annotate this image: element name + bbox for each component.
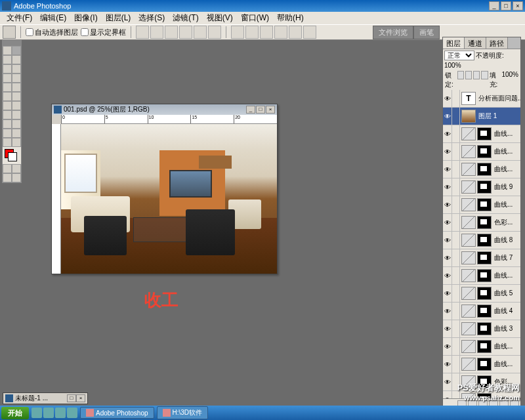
quicklaunch-icon[interactable] bbox=[32, 408, 42, 418]
layer-link[interactable] bbox=[452, 285, 460, 302]
close-button[interactable]: × bbox=[513, 1, 523, 10]
layer-row[interactable]: 👁曲线... bbox=[443, 267, 520, 285]
visibility-icon[interactable]: 👁 bbox=[443, 178, 452, 196]
quickmask-tool[interactable] bbox=[3, 164, 12, 173]
layer-name[interactable]: 曲线 4 bbox=[493, 306, 520, 316]
eyedropper-tool[interactable] bbox=[12, 129, 21, 138]
layer-link[interactable] bbox=[452, 338, 460, 355]
quicklaunch-icon[interactable] bbox=[67, 408, 77, 418]
layer-row[interactable]: 👁色彩... bbox=[443, 214, 520, 232]
visibility-icon[interactable]: 👁 bbox=[443, 143, 452, 160]
vertical-ruler[interactable] bbox=[52, 124, 61, 274]
layer-row[interactable]: 👁曲线... bbox=[443, 143, 520, 161]
lock-pixels-icon[interactable] bbox=[465, 71, 472, 79]
wand-tool[interactable] bbox=[12, 55, 21, 64]
distribute-icon[interactable] bbox=[245, 26, 259, 39]
layer-thumbnail[interactable] bbox=[461, 180, 476, 194]
layer-mask-thumbnail[interactable] bbox=[477, 180, 492, 194]
slice-tool[interactable] bbox=[12, 64, 21, 74]
layer-thumbnail[interactable] bbox=[461, 145, 476, 158]
layer-name[interactable]: 曲线... bbox=[493, 360, 520, 369]
layer-thumbnail[interactable] bbox=[461, 163, 476, 176]
document-titlebar[interactable]: 001.psd @ 25%(图层 1,RGB) _ □ × bbox=[52, 104, 277, 115]
visibility-icon[interactable]: 👁 bbox=[443, 338, 452, 355]
doc-restore-button[interactable]: □ bbox=[67, 394, 76, 402]
layer-name[interactable]: 色彩... bbox=[493, 218, 520, 227]
jump-tool[interactable] bbox=[12, 173, 21, 182]
layer-row[interactable]: 👁T分析画面问题... bbox=[443, 90, 520, 108]
layer-mask-thumbnail[interactable] bbox=[477, 304, 492, 318]
layer-thumbnail[interactable] bbox=[461, 358, 476, 371]
layer-row[interactable]: 👁曲线 4 bbox=[443, 303, 520, 320]
layer-link[interactable] bbox=[452, 143, 460, 160]
layer-name[interactable]: 曲线 9 bbox=[493, 182, 520, 192]
file-browser-tab[interactable]: 文件浏览 bbox=[373, 26, 413, 39]
align-icon[interactable] bbox=[208, 26, 221, 39]
layer-link[interactable] bbox=[452, 356, 460, 373]
visibility-icon[interactable]: 👁 bbox=[443, 391, 452, 398]
doc-minimize-button[interactable]: _ bbox=[246, 106, 255, 114]
layer-row[interactable]: 👁图层 1 bbox=[443, 108, 520, 125]
show-bounds-checkbox[interactable]: 显示定界框 bbox=[81, 28, 126, 37]
visibility-icon[interactable]: 👁 bbox=[443, 249, 452, 266]
distribute-icon[interactable] bbox=[303, 26, 316, 39]
layers-tab[interactable]: 图层 bbox=[443, 37, 465, 49]
layer-link[interactable] bbox=[452, 320, 460, 337]
paths-tab[interactable]: 路径 bbox=[486, 37, 508, 49]
gradient-tool[interactable] bbox=[12, 92, 21, 101]
lock-all-icon[interactable] bbox=[481, 71, 488, 79]
layer-link[interactable] bbox=[452, 214, 460, 231]
layer-name[interactable]: 图层 1 bbox=[477, 112, 520, 121]
layer-thumbnail[interactable] bbox=[461, 251, 476, 264]
layer-thumbnail[interactable] bbox=[461, 287, 476, 300]
layer-mask-thumbnail[interactable] bbox=[477, 216, 492, 229]
align-icon[interactable] bbox=[150, 26, 163, 39]
distribute-icon[interactable] bbox=[289, 26, 302, 39]
blend-mode-select[interactable]: 正常 bbox=[444, 51, 474, 60]
doc-close-button[interactable]: × bbox=[76, 394, 85, 402]
auto-select-checkbox[interactable]: 自动选择图层 bbox=[26, 28, 78, 37]
layer-link[interactable] bbox=[452, 178, 460, 196]
shape-tool[interactable] bbox=[12, 119, 21, 129]
lock-transparency-icon[interactable] bbox=[457, 71, 464, 79]
visibility-icon[interactable]: 👁 bbox=[443, 125, 452, 142]
visibility-icon[interactable]: 👁 bbox=[443, 356, 452, 373]
layer-name[interactable]: 分析画面问题... bbox=[477, 94, 520, 103]
visibility-icon[interactable]: 👁 bbox=[443, 232, 452, 249]
distribute-icon[interactable] bbox=[231, 26, 244, 39]
visibility-icon[interactable]: 👁 bbox=[443, 303, 452, 320]
type-tool[interactable] bbox=[12, 110, 21, 119]
layer-name[interactable]: 曲线... bbox=[493, 129, 520, 138]
notes-tool[interactable] bbox=[3, 129, 12, 138]
zoom-tool[interactable] bbox=[12, 138, 21, 147]
taskbar-task[interactable]: Adobe Photoshop bbox=[80, 407, 154, 419]
jump-tool[interactable] bbox=[3, 173, 12, 182]
menu-file[interactable]: 文件(F) bbox=[3, 11, 36, 25]
layer-link[interactable] bbox=[452, 249, 460, 266]
visibility-icon[interactable]: 👁 bbox=[443, 161, 452, 178]
align-icon[interactable] bbox=[179, 26, 192, 39]
menu-edit[interactable]: 编辑(E) bbox=[36, 11, 70, 25]
fill-value[interactable]: 100% bbox=[501, 71, 518, 89]
layer-name[interactable]: 曲线 3 bbox=[493, 324, 520, 333]
layer-mask-thumbnail[interactable] bbox=[477, 340, 492, 353]
layer-thumbnail[interactable]: T bbox=[461, 92, 476, 105]
layer-thumbnail[interactable] bbox=[461, 127, 476, 140]
layer-mask-thumbnail[interactable] bbox=[477, 358, 492, 371]
layer-link[interactable] bbox=[452, 161, 460, 178]
dodge-tool[interactable] bbox=[12, 101, 21, 110]
visibility-icon[interactable]: 👁 bbox=[443, 196, 452, 213]
background-color[interactable] bbox=[8, 152, 17, 161]
visibility-icon[interactable]: 👁 bbox=[443, 320, 452, 337]
menu-layer[interactable]: 图层(L) bbox=[102, 11, 135, 25]
menu-view[interactable]: 视图(V) bbox=[203, 11, 237, 25]
history-brush-tool[interactable] bbox=[12, 83, 21, 92]
layer-mask-thumbnail[interactable] bbox=[477, 234, 492, 247]
document-window[interactable]: 001.psd @ 25%(图层 1,RGB) _ □ × 0 5 10 15 … bbox=[51, 104, 278, 274]
doc-maximize-button[interactable]: □ bbox=[256, 106, 265, 114]
stamp-tool[interactable] bbox=[3, 83, 12, 92]
layer-row[interactable]: 👁曲线 3 bbox=[443, 320, 520, 338]
layer-link[interactable] bbox=[452, 232, 460, 249]
layer-name[interactable]: 曲线... bbox=[493, 271, 520, 280]
minimize-button[interactable]: _ bbox=[489, 1, 499, 10]
